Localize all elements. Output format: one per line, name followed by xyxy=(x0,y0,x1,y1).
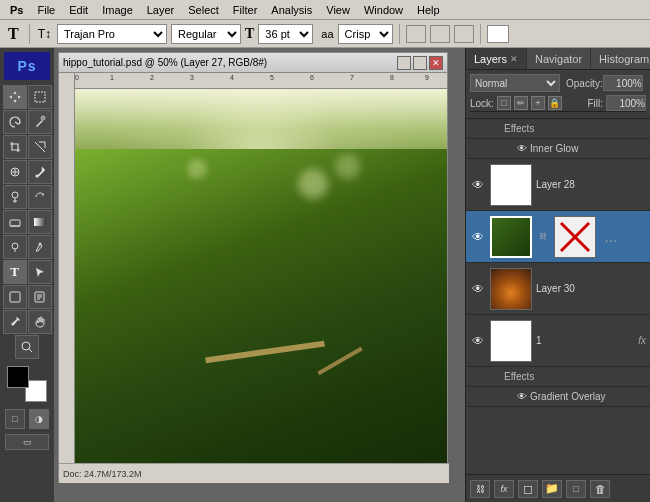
svg-rect-9 xyxy=(10,292,20,302)
layer-30[interactable]: 👁 Layer 30 xyxy=(466,263,650,315)
ruler-top: 0 1 2 3 4 5 6 7 8 9 xyxy=(75,73,447,89)
document-titlebar: hippo_tutorial.psd @ 50% (Layer 27, RGB/… xyxy=(59,53,447,73)
status-bar: Doc: 24.7M/173.2M xyxy=(59,463,449,483)
font-family-select[interactable]: Trajan Pro xyxy=(57,24,167,44)
slice-tool[interactable] xyxy=(28,135,52,159)
gradient-overlay-visibility[interactable]: 👁 xyxy=(514,389,530,405)
svg-point-7 xyxy=(12,243,18,249)
align-center-button[interactable]: ≡ xyxy=(430,25,450,43)
align-left-button[interactable]: ≡ xyxy=(406,25,426,43)
tab-navigator[interactable]: Navigator xyxy=(527,48,591,69)
pen-tool[interactable] xyxy=(28,235,52,259)
menu-edit[interactable]: Edit xyxy=(63,3,94,17)
add-mask-button[interactable]: ◻ xyxy=(518,480,538,498)
svg-rect-6 xyxy=(34,218,46,226)
add-fx-button[interactable]: fx xyxy=(494,480,514,498)
close-button[interactable]: ✕ xyxy=(429,56,443,70)
standard-mode-button[interactable]: □ xyxy=(5,409,25,429)
lock-transparent-button[interactable]: □ xyxy=(497,96,511,110)
menu-view[interactable]: View xyxy=(320,3,356,17)
minimize-button[interactable]: _ xyxy=(397,56,411,70)
magic-wand-tool[interactable] xyxy=(28,110,52,134)
quick-mask-button[interactable]: ◑ xyxy=(29,409,49,429)
branch xyxy=(205,341,325,364)
tool-row-7 xyxy=(3,235,52,259)
menu-analysis[interactable]: Analysis xyxy=(265,3,318,17)
clone-stamp-tool[interactable] xyxy=(3,185,27,209)
lock-all-button[interactable]: 🔒 xyxy=(548,96,562,110)
layer-28-thumbnail xyxy=(490,164,532,206)
zoom-tool[interactable] xyxy=(15,335,39,359)
tab-layers-close[interactable]: ✕ xyxy=(510,54,518,64)
path-selection-tool[interactable] xyxy=(28,260,52,284)
layer-30-visibility[interactable]: 👁 xyxy=(470,281,486,297)
tool-row-5 xyxy=(3,185,52,209)
tab-layers[interactable]: Layers ✕ xyxy=(466,48,527,69)
text-tool-icon[interactable]: T xyxy=(4,25,23,43)
lock-row: Lock: □ ✏ + 🔒 Fill: xyxy=(470,95,646,112)
gradient-tool[interactable] xyxy=(28,210,52,234)
align-right-button[interactable]: ≡ xyxy=(454,25,474,43)
menu-layer[interactable]: Layer xyxy=(141,3,181,17)
menu-window[interactable]: Window xyxy=(358,3,409,17)
layer-28[interactable]: 👁 Layer 28 xyxy=(466,159,650,211)
crop-tool[interactable] xyxy=(3,135,27,159)
layer-27-options[interactable]: … xyxy=(602,229,620,245)
tool-row-8: T xyxy=(3,260,52,284)
layer-28-visibility[interactable]: 👁 xyxy=(470,177,486,193)
menu-filter[interactable]: Filter xyxy=(227,3,263,17)
font-size-select[interactable]: 36 pt xyxy=(258,24,313,44)
svg-rect-5 xyxy=(10,220,20,226)
layer-27-visibility[interactable]: 👁 xyxy=(470,229,486,245)
menu-select[interactable]: Select xyxy=(182,3,225,17)
dodge-tool[interactable] xyxy=(3,235,27,259)
shape-tool[interactable] xyxy=(3,285,27,309)
menu-image[interactable]: Image xyxy=(96,3,139,17)
layer-1-thumbnail xyxy=(490,320,532,362)
healing-brush-tool[interactable] xyxy=(3,160,27,184)
opacity-input[interactable] xyxy=(603,75,643,91)
maximize-button[interactable]: □ xyxy=(413,56,427,70)
new-layer-button[interactable]: □ xyxy=(566,480,586,498)
menu-file[interactable]: File xyxy=(31,3,61,17)
lasso-tool[interactable] xyxy=(3,110,27,134)
link-layers-button[interactable]: ⛓ xyxy=(470,480,490,498)
history-brush-tool[interactable] xyxy=(28,185,52,209)
layer-1[interactable]: 👁 1 fx xyxy=(466,315,650,367)
foreground-color-swatch[interactable] xyxy=(7,366,29,388)
canvas-image[interactable]: AlfoArt.com 思源设计论坛 www.missvuan.com xyxy=(75,89,447,483)
layer-1-visibility[interactable]: 👁 xyxy=(470,333,486,349)
document-title: hippo_tutorial.psd @ 50% (Layer 27, RGB/… xyxy=(63,57,395,68)
selection-tool[interactable] xyxy=(28,85,52,109)
panel-controls: Normal Opacity: Lock: □ ✏ + 🔒 Fill: xyxy=(466,70,650,119)
lock-image-button[interactable]: ✏ xyxy=(514,96,528,110)
notes-tool[interactable] xyxy=(28,285,52,309)
svg-point-8 xyxy=(39,243,41,245)
screen-mode-icon[interactable]: ▭ xyxy=(5,434,49,450)
inner-glow-visibility[interactable]: 👁 xyxy=(514,141,530,157)
fill-input[interactable] xyxy=(606,95,646,111)
layer-27-thumbnail-2 xyxy=(554,216,596,258)
lock-position-button[interactable]: + xyxy=(531,96,545,110)
type-tool[interactable]: T xyxy=(3,260,27,284)
layer-27[interactable]: 👁 ⛓ … xyxy=(466,211,650,263)
tab-histogram[interactable]: Histogram xyxy=(591,48,650,69)
eyedropper-tool[interactable] xyxy=(3,310,27,334)
ruler-label-5: 5 xyxy=(270,74,274,81)
font-orientation-icon[interactable]: T↕ xyxy=(36,27,53,41)
brush-tool[interactable] xyxy=(28,160,52,184)
toolbar-divider-2 xyxy=(399,24,400,44)
menu-ps[interactable]: Ps xyxy=(4,3,29,17)
move-tool[interactable] xyxy=(3,85,27,109)
eraser-tool[interactable] xyxy=(3,210,27,234)
gradient-overlay-label: Gradient Overlay xyxy=(530,391,606,402)
blend-mode-select[interactable]: Normal xyxy=(470,74,560,92)
delete-layer-button[interactable]: 🗑 xyxy=(590,480,610,498)
new-group-button[interactable]: 📁 xyxy=(542,480,562,498)
font-style-select[interactable]: Regular xyxy=(171,24,241,44)
menu-help[interactable]: Help xyxy=(411,3,446,17)
color-button[interactable] xyxy=(487,25,509,43)
antialiasing-select[interactable]: Crisp xyxy=(338,24,393,44)
screen-mode-button[interactable]: ▭ xyxy=(5,434,49,450)
hand-tool[interactable] xyxy=(28,310,52,334)
